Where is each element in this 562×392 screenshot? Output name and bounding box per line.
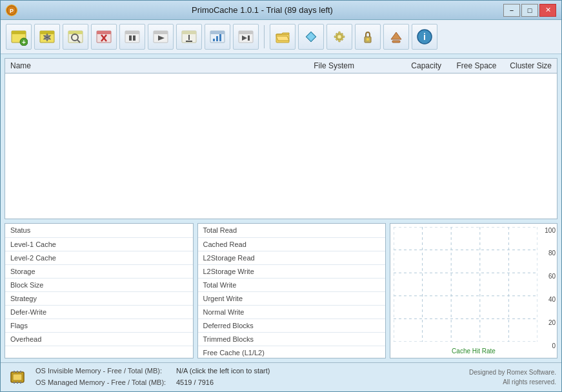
svg-rect-74 bbox=[13, 374, 22, 380]
stats-left-label: Defer-Write bbox=[5, 305, 163, 318]
chart-label-60: 60 bbox=[548, 273, 556, 280]
svg-rect-58 bbox=[392, 41, 400, 43]
stats-left-table: StatusLevel-1 CacheLevel-2 Cache Storage… bbox=[5, 224, 193, 346]
stats-right-row: Urgent Write bbox=[198, 291, 386, 305]
window-controls: − □ ✕ bbox=[503, 4, 556, 17]
credit-line1: Designed by Romex Software. bbox=[469, 368, 556, 377]
stats-right-value bbox=[362, 346, 386, 358]
stats-left-label: Level-2 Cache bbox=[5, 251, 163, 264]
svg-rect-22 bbox=[125, 31, 139, 34]
stats-left-value bbox=[163, 332, 192, 346]
stats-right-label: Total Read bbox=[198, 224, 362, 237]
eject-button[interactable] bbox=[383, 24, 409, 50]
main-window: P PrimoCache 1.0.1 - Trial (89 days left… bbox=[0, 0, 562, 392]
delete-button[interactable] bbox=[91, 24, 117, 50]
chart-label-80: 80 bbox=[548, 250, 556, 257]
find-button[interactable] bbox=[63, 24, 88, 50]
stats-left-row: Block Size bbox=[5, 278, 193, 291]
title-bar: P PrimoCache 1.0.1 - Trial (89 days left… bbox=[1, 1, 561, 20]
chart-grid-svg bbox=[394, 227, 537, 342]
open-button[interactable] bbox=[270, 24, 296, 50]
stats-right-row: Trimmed Blocks bbox=[198, 332, 386, 346]
stats-right-row: Deferred Blocks bbox=[198, 318, 386, 332]
svg-rect-76 bbox=[17, 371, 18, 373]
svg-rect-78 bbox=[14, 382, 15, 384]
stats-right-label: L2Storage Read bbox=[198, 251, 362, 264]
col-freespace: Free Space bbox=[447, 59, 502, 74]
add-job-button[interactable]: + bbox=[6, 24, 32, 50]
svg-text:P: P bbox=[10, 8, 14, 14]
skip-button[interactable] bbox=[233, 24, 259, 50]
stats-left-label: Flags bbox=[5, 318, 163, 332]
svg-rect-18 bbox=[97, 31, 111, 34]
svg-text:+: + bbox=[22, 39, 26, 46]
stats-right-row: Total Read bbox=[198, 224, 386, 237]
stats-left-row: Flags bbox=[5, 318, 193, 332]
statistics-button[interactable] bbox=[205, 24, 230, 50]
svg-text:i: i bbox=[423, 32, 426, 42]
svg-point-56 bbox=[366, 38, 369, 41]
svg-rect-48 bbox=[339, 39, 341, 42]
stats-right-row: L2Storage Write bbox=[198, 264, 386, 278]
close-button[interactable]: ✕ bbox=[539, 4, 556, 17]
export-button[interactable] bbox=[298, 24, 324, 50]
app-icon: P bbox=[6, 5, 17, 16]
minimize-button[interactable]: − bbox=[503, 4, 520, 17]
config-button[interactable] bbox=[326, 24, 352, 50]
stats-panel-right: Total ReadCached ReadL2Storage ReadL2Sto… bbox=[197, 223, 386, 358]
stats-left-label: Status bbox=[5, 224, 163, 237]
stats-left-value bbox=[163, 291, 192, 305]
stats-right-row: Total Write bbox=[198, 278, 386, 291]
stats-left-value bbox=[163, 278, 192, 291]
pause-button[interactable] bbox=[119, 24, 145, 50]
main-content: Name File System Capacity Free Space Clu bbox=[1, 54, 561, 362]
svg-rect-37 bbox=[219, 34, 221, 41]
stats-right-value bbox=[362, 264, 386, 278]
toolbar-separator-1 bbox=[264, 25, 265, 48]
stats-left-label: Level-1 Cache bbox=[5, 237, 163, 251]
stats-left-value bbox=[163, 318, 192, 332]
credit-line2: All rights reserved. bbox=[469, 377, 556, 387]
stats-right-value bbox=[362, 305, 386, 318]
chart-inner: 100 80 60 40 20 0 bbox=[390, 224, 557, 358]
svg-rect-35 bbox=[213, 39, 215, 41]
stats-right-label: L2Storage Write bbox=[198, 264, 362, 278]
lock-button[interactable] bbox=[355, 24, 381, 50]
stats-left-row: Status bbox=[5, 224, 193, 237]
stats-right-value bbox=[362, 291, 386, 305]
resume-button[interactable] bbox=[148, 24, 174, 50]
window-title: PrimoCache 1.0.1 - Trial (89 days left) bbox=[21, 5, 503, 15]
stats-right-value bbox=[362, 332, 386, 346]
svg-rect-50 bbox=[342, 36, 345, 38]
properties-button[interactable] bbox=[34, 24, 60, 50]
col-capacity: Capacity bbox=[392, 59, 447, 74]
stats-left-label: Block Size bbox=[5, 278, 163, 291]
svg-rect-47 bbox=[339, 32, 341, 34]
bottom-bar: OS Invisible Memory - Free / Total (MB):… bbox=[1, 362, 561, 391]
info-button[interactable]: i bbox=[412, 24, 437, 50]
stats-left-value bbox=[163, 251, 192, 264]
stats-left-value bbox=[163, 305, 192, 318]
stats-left-value bbox=[163, 224, 192, 237]
stats-left-value bbox=[163, 264, 192, 278]
svg-rect-29 bbox=[182, 31, 196, 34]
stats-right-value bbox=[362, 318, 386, 332]
stats-left-row: Strategy bbox=[5, 291, 193, 305]
stats-left-value bbox=[163, 237, 192, 251]
restore-button[interactable]: □ bbox=[521, 4, 538, 17]
col-filesystem: File System bbox=[308, 59, 391, 74]
stats-right-label: Total Write bbox=[198, 278, 362, 291]
stats-left-row: Storage bbox=[5, 264, 193, 278]
memory-icon[interactable] bbox=[6, 366, 29, 389]
stats-left-label: Overhead bbox=[5, 332, 163, 346]
memory-managed-label: OS Managed Memory - Free / Total (MB): bbox=[35, 377, 171, 389]
stats-left-label: Strategy bbox=[5, 291, 163, 305]
chart-title: Cache Hit Rate bbox=[390, 348, 557, 355]
bottom-credit: Designed by Romex Software. All rights r… bbox=[469, 368, 556, 387]
stats-row: StatusLevel-1 CacheLevel-2 Cache Storage… bbox=[5, 223, 557, 358]
memory-free-label: OS Invisible Memory - Free / Total (MB): bbox=[35, 366, 171, 377]
svg-rect-36 bbox=[216, 36, 218, 41]
import-cache-button[interactable] bbox=[176, 24, 202, 50]
toolbar: + bbox=[1, 20, 561, 54]
chart-label-40: 40 bbox=[548, 296, 556, 303]
